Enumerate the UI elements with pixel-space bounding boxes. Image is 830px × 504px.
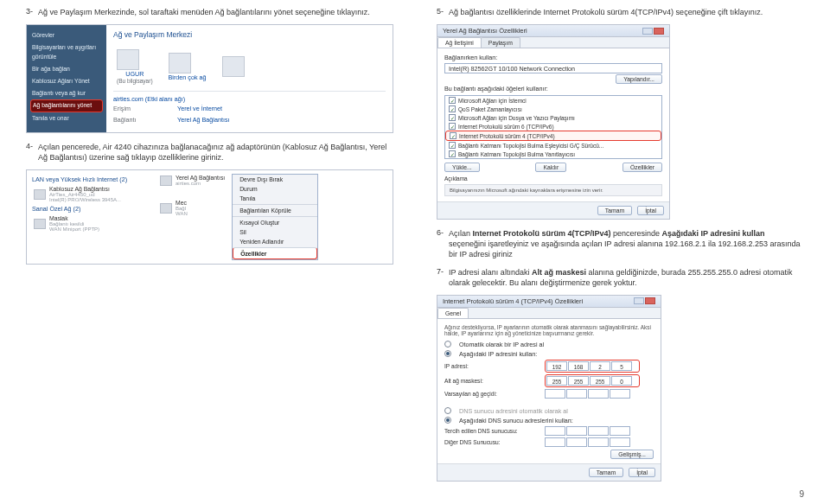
- step-7: 7- IP adresi alanı altındaki Alt ağ mask…: [437, 267, 804, 288]
- sidebar-item-connect[interactable]: Bir ağa bağlan: [30, 64, 103, 75]
- titlebar: Internet Protokolü sürüm 4 (TCP/IPv4) Öz…: [437, 296, 661, 308]
- octet[interactable]: 192: [546, 361, 567, 371]
- close-button[interactable]: [654, 28, 664, 35]
- val-baglanti: Yerel Ağ Bağlantısı: [177, 116, 229, 124]
- step-text: Açılan pencerede, Air 4240 cihazınıza ba…: [38, 142, 393, 163]
- octet[interactable]: [566, 426, 587, 436]
- label-baglanti: Bağlantı: [113, 116, 162, 124]
- sidebar-item-setup[interactable]: Bağlantı veya ağ kur: [30, 88, 103, 99]
- item-qos[interactable]: ✓QoS Paket Zamanlayıcısı: [445, 105, 661, 113]
- vpn-sub2: WAN Miniport (PPTP): [49, 226, 99, 232]
- close-button[interactable]: [645, 297, 655, 304]
- item-lltd-resp[interactable]: ✓Bağlantı Katmanı Topolojisi Bulma Yanıt…: [445, 150, 661, 158]
- menu-properties[interactable]: Özellikler: [233, 247, 317, 259]
- octet[interactable]: [610, 437, 630, 447]
- octet[interactable]: 255: [590, 376, 610, 386]
- menu-rename[interactable]: Yeniden Adlandır: [233, 237, 317, 246]
- radio-auto-ip[interactable]: Otomatik olarak bir IP adresi al: [444, 341, 654, 348]
- octet[interactable]: [566, 437, 587, 447]
- domain-link[interactable]: airties.com (Etki alanı ağı): [113, 95, 386, 103]
- help-button[interactable]: [634, 297, 644, 304]
- cancel-button[interactable]: İptal: [629, 468, 655, 477]
- ip-address-input[interactable]: 192 168 2 5: [545, 360, 640, 373]
- radio-auto-dns: DNS sunucu adresini otomatik olarak al: [444, 407, 654, 415]
- octet[interactable]: 255: [546, 376, 567, 386]
- step-3: 3- Ağ ve Paylaşım Merkezinde, sol taraft…: [26, 7, 393, 17]
- checkbox-icon[interactable]: ✓: [449, 114, 456, 121]
- tab-network[interactable]: Ağ İletişimi: [437, 37, 482, 48]
- octet[interactable]: [588, 426, 609, 436]
- menu-shortcut[interactable]: Kısayol Oluştur: [233, 216, 317, 227]
- octet[interactable]: [588, 389, 609, 399]
- properties-button[interactable]: Özellikler: [622, 163, 662, 172]
- computer-icon: [117, 49, 139, 70]
- item-lltd-io[interactable]: ✓Bağlantı Katmanı Topolojisi Bulma Eşley…: [445, 141, 661, 150]
- vpn-icon: [34, 219, 46, 229]
- checkbox-icon[interactable]: ✓: [449, 142, 456, 149]
- cancel-button[interactable]: İptal: [637, 206, 664, 215]
- screenshot-ipv4-props: Internet Protokolü sürüm 4 (TCP/IPv4) Öz…: [437, 295, 661, 482]
- tab-general[interactable]: Genel: [437, 308, 469, 318]
- sidebar-heading: Görevler: [30, 30, 103, 41]
- item-fileshare[interactable]: ✓Microsoft Ağları için Dosya ve Yazıcı P…: [445, 113, 661, 122]
- menu-bridge[interactable]: Bağlantıları Köprüle: [233, 204, 317, 215]
- dialog-title: Internet Protokolü sürüm 4 (TCP/IPv4) Öz…: [443, 297, 583, 305]
- octet[interactable]: [610, 389, 630, 399]
- octet[interactable]: 255: [568, 376, 589, 386]
- octet[interactable]: [545, 437, 565, 447]
- sidebar-item-manage-connections[interactable]: Ağ bağlantılarını yönet: [30, 99, 103, 112]
- screenshot-connections: LAN veya Yüksek Hızlı Internet (2) Kablo…: [26, 169, 393, 265]
- octet[interactable]: 0: [611, 376, 632, 386]
- item-ipv6[interactable]: ✓Internet Protokolü sürüm 6 (TCP/IPv6): [445, 122, 661, 131]
- multi-label: Birden çok ağ: [169, 73, 207, 81]
- octet[interactable]: [545, 426, 565, 436]
- octet[interactable]: [566, 389, 587, 399]
- checkbox-icon[interactable]: ✓: [449, 150, 456, 157]
- menu-delete[interactable]: Sil: [233, 227, 317, 237]
- sidebar-item-wireless[interactable]: Kablosuz Ağları Yönet: [30, 76, 103, 87]
- main-pane: Ağ ve Paylaşım Merkezi UGUR (Bu bilgisay…: [106, 25, 393, 132]
- vpn-mec[interactable]: Mec Bağl WAN: [158, 199, 227, 217]
- checkbox-icon[interactable]: ✓: [449, 123, 456, 130]
- ok-button[interactable]: Tamam: [597, 206, 632, 215]
- uninstall-button[interactable]: Kaldır: [535, 163, 566, 172]
- menu-diagnose[interactable]: Tanıla: [233, 194, 317, 203]
- host-sub: (Bu bilgisayar): [117, 78, 153, 84]
- checkbox-icon[interactable]: ✓: [449, 105, 456, 112]
- titlebar: Yerel Ağ Bağlantısı Özellikleri: [437, 25, 669, 37]
- item-ipv4[interactable]: ✓Internet Protokolü sürüm 4 (TCP/IPv4): [445, 131, 661, 141]
- tab-sharing[interactable]: Paylaşım: [481, 37, 520, 48]
- radio-icon: [444, 341, 451, 348]
- radio-manual-ip[interactable]: Aşağıdaki IP adresini kullan:: [444, 350, 654, 358]
- help-button[interactable]: [642, 28, 653, 35]
- octet[interactable]: 5: [611, 361, 632, 371]
- octet[interactable]: [588, 437, 609, 447]
- step-num: 3-: [26, 7, 38, 17]
- sidebar-item-diagnose[interactable]: Tanıla ve onar: [30, 113, 103, 124]
- subnet-mask-input[interactable]: 255 255 255 0: [545, 374, 640, 387]
- dns1-input[interactable]: [545, 426, 640, 436]
- item-client[interactable]: ✓Microsoft Ağları için İstemci: [445, 96, 661, 105]
- checkbox-icon[interactable]: ✓: [450, 132, 456, 139]
- install-button[interactable]: Yükle...: [444, 163, 480, 172]
- gateway-input[interactable]: [545, 389, 640, 399]
- vpn-maslak[interactable]: Maslak Bağlantı kesildi WAN Miniport (PP…: [32, 214, 151, 233]
- step-text: IP adresi alanı altındaki Alt ağ maskesi…: [449, 267, 804, 288]
- octet[interactable]: [545, 389, 565, 399]
- wlan-connection[interactable]: Kablosuz Ağ Bağlantısı AirTies_Air4450_u…: [32, 185, 151, 203]
- ok-button[interactable]: Tamam: [589, 468, 623, 477]
- octet[interactable]: [610, 426, 630, 436]
- configure-button[interactable]: Yapılandır...: [616, 74, 662, 84]
- octet[interactable]: 2: [590, 361, 610, 371]
- advanced-button[interactable]: Gelişmiş...: [610, 450, 654, 459]
- lan-connection[interactable]: Yerel Ağ Bağlantısı airties.com: [158, 174, 227, 187]
- menu-status[interactable]: Durum: [233, 184, 317, 194]
- radio-manual-dns[interactable]: Aşağıdaki DNS sunucu adreslerini kullan:: [444, 417, 654, 424]
- sidebar-item-devices[interactable]: Bilgisayarları ve aygıtları görüntüle: [30, 42, 103, 63]
- step-num: 7-: [437, 267, 449, 288]
- octet[interactable]: 168: [568, 361, 589, 371]
- checkbox-icon[interactable]: ✓: [449, 97, 456, 104]
- vpn-name: Maslak: [49, 215, 99, 221]
- dns2-input[interactable]: [545, 437, 640, 447]
- menu-disable[interactable]: Devre Dışı Bırak: [233, 175, 317, 184]
